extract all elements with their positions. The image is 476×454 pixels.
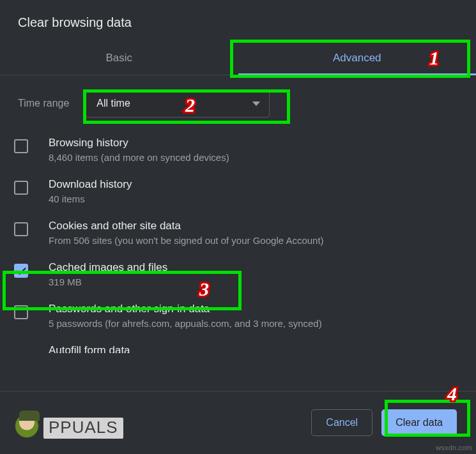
option-autofill: Autofill form data <box>14 337 467 353</box>
option-subtitle: 40 items <box>49 193 132 204</box>
option-title: Cached images and files <box>49 261 167 274</box>
tab-basic-label: Basic <box>105 52 132 64</box>
option-download-history: Download history 40 items <box>14 170 467 212</box>
clear-data-button-label: Clear data <box>395 417 443 428</box>
option-subtitle: 8,460 items (and more on synced devices) <box>49 152 229 163</box>
option-subtitle: 319 MB <box>49 276 167 287</box>
option-subtitle: From 506 sites (you won't be signed out … <box>49 235 324 246</box>
option-passwords: Passwords and other sign-in data 5 passw… <box>14 295 467 337</box>
brand-logo: PPUALS <box>14 413 123 439</box>
dialog-content: Time range All time Browsing history 8,4… <box>0 75 476 391</box>
checkbox-download-history[interactable] <box>14 181 28 195</box>
chevron-down-icon <box>252 102 260 106</box>
clear-browsing-data-dialog: Clear browsing data Basic Advanced Time … <box>0 0 476 454</box>
options-list: Browsing history 8,460 items (and more o… <box>0 129 476 353</box>
tab-advanced-label: Advanced <box>333 52 381 64</box>
tab-bar: Basic Advanced <box>0 40 476 75</box>
watermark: wsxdn.com <box>436 444 472 451</box>
brand-text: PPUALS <box>43 418 123 439</box>
option-browsing-history: Browsing history 8,460 items (and more o… <box>14 129 467 170</box>
checkbox-cached-images[interactable] <box>14 264 28 278</box>
tab-basic[interactable]: Basic <box>0 40 238 75</box>
option-cached-images: Cached images and files 319 MB <box>14 253 467 295</box>
time-range-label: Time range <box>18 98 69 109</box>
option-title: Cookies and other site data <box>49 220 324 232</box>
checkbox-cookies[interactable] <box>14 222 28 236</box>
checkbox-browsing-history[interactable] <box>14 139 28 153</box>
cancel-button-label: Cancel <box>326 417 358 428</box>
option-title: Browsing history <box>49 137 229 149</box>
option-title: Autofill form data <box>49 344 130 353</box>
time-range-value: All time <box>96 98 130 109</box>
option-title: Download history <box>49 178 132 191</box>
option-title: Passwords and other sign-in data <box>49 303 322 315</box>
time-range-select[interactable]: All time <box>84 89 270 117</box>
time-range-row: Time range All time <box>0 75 476 129</box>
option-subtitle: 5 passwords (for ahrefs.com, appuals.com… <box>49 318 322 329</box>
tab-advanced[interactable]: Advanced <box>238 40 477 75</box>
option-cookies: Cookies and other site data From 506 sit… <box>14 212 467 253</box>
clear-data-button[interactable]: Clear data <box>381 409 457 436</box>
dialog-title: Clear browsing data <box>0 0 476 40</box>
cancel-button[interactable]: Cancel <box>311 409 372 436</box>
brand-avatar-icon <box>14 413 40 439</box>
checkbox-passwords[interactable] <box>14 305 28 319</box>
